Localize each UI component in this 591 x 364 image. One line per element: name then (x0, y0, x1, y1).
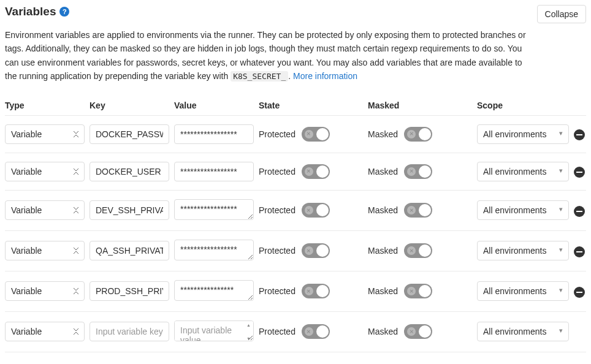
masked-label: Masked (368, 246, 398, 256)
table-row: VariableProtectedMaskedAll environments (5, 153, 586, 190)
type-select[interactable]: Variable (5, 322, 85, 341)
key-input[interactable] (90, 162, 169, 181)
masked-toggle[interactable] (404, 127, 432, 142)
protected-toggle[interactable] (302, 127, 330, 142)
col-scope: Scope (477, 100, 569, 110)
svg-rect-4 (576, 292, 582, 293)
key-input[interactable] (90, 281, 169, 301)
protected-label: Protected (259, 327, 296, 336)
description-text-after: . (288, 71, 293, 81)
table-row: VariableProtectedMaskedAll environments (5, 190, 586, 230)
type-select[interactable]: Variable (5, 124, 85, 144)
key-input[interactable] (90, 241, 169, 260)
value-input[interactable] (174, 240, 254, 260)
remove-row-button[interactable] (574, 206, 585, 217)
section-title: Variables (5, 5, 56, 18)
table-row: Variable▲▼ProtectedMaskedAll environment… (5, 311, 586, 352)
table-row: VariableProtectedMaskedAll environments (5, 230, 586, 271)
key-input[interactable] (90, 124, 169, 144)
remove-row-button[interactable] (574, 167, 585, 178)
protected-label: Protected (259, 286, 296, 296)
value-input[interactable] (174, 199, 254, 220)
type-select[interactable]: Variable (5, 241, 85, 260)
col-state: State (259, 100, 363, 110)
more-information-link[interactable]: More information (293, 71, 357, 81)
key-input[interactable] (90, 322, 169, 341)
remove-row-button[interactable] (574, 287, 585, 298)
masked-toggle[interactable] (404, 324, 432, 339)
masked-toggle[interactable] (404, 203, 432, 218)
col-type: Type (5, 100, 85, 110)
protected-toggle[interactable] (302, 203, 330, 218)
masked-label: Masked (368, 286, 398, 296)
svg-rect-1 (576, 172, 582, 173)
col-masked: Masked (368, 100, 472, 110)
masked-label: Masked (368, 129, 398, 139)
value-input[interactable] (174, 162, 254, 181)
type-select[interactable]: Variable (5, 162, 85, 181)
scope-select[interactable]: All environments (477, 322, 569, 341)
scope-select[interactable]: All environments (477, 124, 569, 144)
key-input[interactable] (90, 200, 169, 220)
scope-select[interactable]: All environments (477, 162, 569, 181)
svg-rect-2 (576, 211, 582, 212)
protected-label: Protected (259, 167, 296, 176)
protected-toggle[interactable] (302, 164, 330, 179)
remove-row-button[interactable] (574, 129, 585, 140)
masked-label: Masked (368, 327, 398, 336)
col-value: Value (174, 100, 254, 110)
scope-select[interactable]: All environments (477, 281, 569, 301)
scope-select[interactable]: All environments (477, 241, 569, 260)
collapse-button[interactable]: Collapse (537, 5, 586, 23)
masked-label: Masked (368, 205, 398, 215)
protected-label: Protected (259, 129, 296, 139)
protected-toggle[interactable] (302, 284, 330, 298)
protected-label: Protected (259, 246, 296, 256)
col-key: Key (90, 100, 169, 110)
table-header: Type Key Value State Masked Scope (5, 96, 586, 115)
value-input[interactable] (174, 124, 254, 144)
table-row: VariableProtectedMaskedAll environments (5, 271, 586, 311)
type-select[interactable]: Variable (5, 200, 85, 220)
protected-label: Protected (259, 205, 296, 215)
protected-toggle[interactable] (302, 324, 330, 339)
svg-rect-0 (576, 134, 582, 135)
masked-toggle[interactable] (404, 284, 432, 298)
section-description: Environment variables are applied to env… (5, 28, 526, 83)
scope-select[interactable]: All environments (477, 200, 569, 220)
value-input[interactable] (174, 320, 254, 341)
description-code: K8S_SECRET_ (231, 71, 288, 82)
remove-row-button[interactable] (574, 246, 585, 257)
masked-toggle[interactable] (404, 243, 432, 258)
table-row: VariableProtectedMaskedAll environments (5, 115, 586, 153)
type-select[interactable]: Variable (5, 281, 85, 301)
protected-toggle[interactable] (302, 243, 330, 258)
masked-label: Masked (368, 167, 398, 176)
help-icon[interactable]: ? (59, 7, 69, 17)
value-input[interactable] (174, 280, 254, 301)
variables-table: Type Key Value State Masked Scope Variab… (5, 96, 586, 352)
masked-toggle[interactable] (404, 164, 432, 179)
svg-rect-3 (576, 251, 582, 252)
